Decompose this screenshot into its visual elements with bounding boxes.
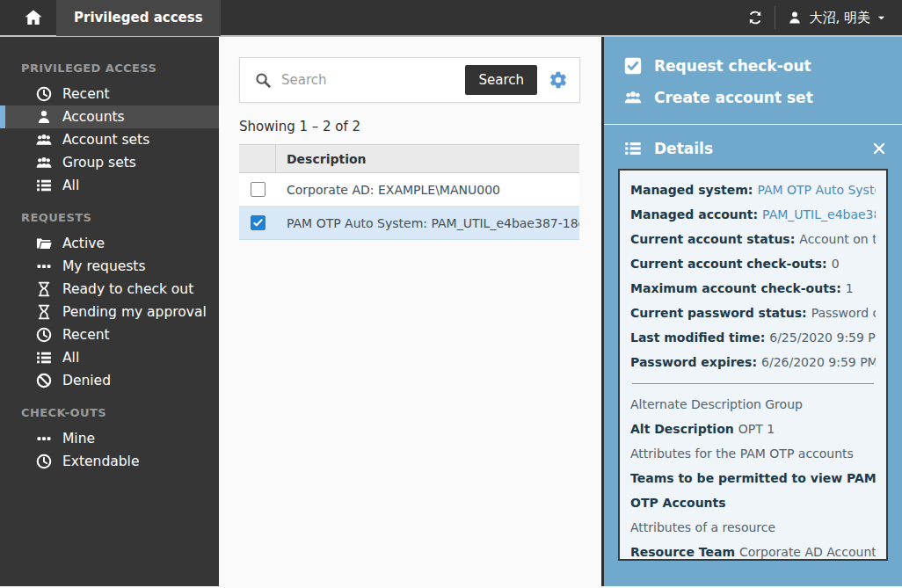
sidebar-section-title-requests: REQUESTS <box>0 197 219 232</box>
sidebar-item-group-sets[interactable]: Group sets <box>0 151 219 174</box>
sidebar-item-ready-to-check-out[interactable]: Ready to check out <box>0 278 219 301</box>
sidebar: PRIVILEGED ACCESSRecentAccountsAccount s… <box>0 37 219 586</box>
field-value: Account on ta <box>799 232 876 246</box>
sidebar-item-active[interactable]: Active <box>0 232 219 255</box>
person-icon <box>787 10 803 25</box>
app-tab-privileged-access[interactable]: Privileged access <box>56 0 221 36</box>
attribute-label: Resource Team <box>630 545 735 559</box>
results-summary: Showing 1 – 2 of 2 <box>239 119 601 134</box>
sidebar-item-label: My requests <box>62 258 145 274</box>
row-checkbox[interactable] <box>251 215 266 230</box>
hourglass-icon <box>35 303 53 321</box>
details-field: Managed system:PAM OTP Auto Syste… <box>630 178 876 202</box>
sidebar-item-mine[interactable]: Mine <box>0 427 219 450</box>
sidebar-section-title-check-outs: CHECK-OUTS <box>0 392 219 427</box>
sidebar-item-label: Denied <box>62 373 111 388</box>
attribute-value: Attributes of a resource <box>630 520 775 534</box>
field-value: Password co <box>811 306 876 320</box>
users-icon <box>623 88 643 107</box>
sidebar-item-pending-my-approval[interactable]: Pending my approval <box>0 301 219 323</box>
sidebar-item-label: Ready to check out <box>62 281 193 297</box>
row-description: PAM OTP Auto System: PAM_UTIL_e4bae387-1… <box>276 216 579 230</box>
checkbox-icon <box>623 56 643 76</box>
users-icon <box>35 131 53 149</box>
action-request-check-out[interactable]: Request check-out <box>604 50 902 82</box>
sidebar-item-extendable[interactable]: Extendable <box>0 450 219 473</box>
accounts-table: Description Corporate AD: EXAMPLE\MANU00… <box>239 144 579 240</box>
sidebar-item-account-sets[interactable]: Account sets <box>0 128 219 151</box>
sidebar-item-all[interactable]: All <box>0 174 219 197</box>
details-attribute: Attributes of a resource <box>630 515 876 540</box>
close-icon[interactable] <box>872 142 886 156</box>
field-label: Last modified time: <box>630 330 765 345</box>
details-attribute: Alternate Description Group <box>630 392 876 417</box>
table-row[interactable]: Corporate AD: EXAMPLE\MANU000 <box>239 173 579 207</box>
details-panel: Request check-outCreate account set Deta… <box>601 37 902 586</box>
ellipsis-icon <box>35 258 53 275</box>
details-attribute: Alt DescriptionOPT 1 <box>630 417 876 441</box>
user-menu[interactable]: 大沼, 明美 <box>787 10 886 26</box>
attribute-value: Attributes for the PAM OTP accounts <box>630 446 854 461</box>
row-description: Corporate AD: EXAMPLE\MANU000 <box>276 183 500 197</box>
sidebar-item-label: Recent <box>62 86 110 102</box>
attribute-label: OTP Accounts <box>630 496 726 510</box>
row-checkbox[interactable] <box>251 182 266 197</box>
sidebar-item-accounts[interactable]: Accounts <box>0 105 219 128</box>
details-divider <box>632 383 874 384</box>
sidebar-item-label: Accounts <box>62 109 125 125</box>
field-label: Current password status: <box>630 306 807 320</box>
ban-icon <box>35 372 53 389</box>
home-button[interactable] <box>24 8 43 27</box>
table-row[interactable]: PAM OTP Auto System: PAM_UTIL_e4bae387-1… <box>239 207 579 240</box>
action-label: Create account set <box>654 89 813 106</box>
search-input[interactable] <box>280 71 465 89</box>
sidebar-item-label: All <box>62 178 79 193</box>
sidebar-item-all[interactable]: All <box>0 346 219 369</box>
details-field: Current account status:Account on ta… <box>630 227 876 251</box>
field-label: Current account check-outs: <box>630 257 827 271</box>
details-field: Current password status:Password co… <box>630 301 876 325</box>
sidebar-item-my-requests[interactable]: My requests <box>0 255 219 278</box>
field-value[interactable]: PAM_UTIL_e4bae38 <box>762 207 876 221</box>
checkbox-column-header <box>239 145 276 172</box>
sidebar-item-label: All <box>62 350 79 366</box>
sidebar-item-label: Recent <box>62 327 110 343</box>
sidebar-item-label: Extendable <box>62 454 139 469</box>
details-attribute: OTP Accounts <box>630 490 876 515</box>
sidebar-item-recent[interactable]: Recent <box>0 83 219 105</box>
details-box: Managed system:PAM OTP Auto Syste…Manage… <box>618 169 888 561</box>
details-field: Current account check-outs:0 <box>630 251 876 276</box>
sidebar-item-label: Mine <box>62 431 95 446</box>
search-container: Search <box>239 57 580 103</box>
attribute-value: Corporate AD Account <box>739 545 876 559</box>
attribute-value: OPT 1 <box>738 422 775 436</box>
sidebar-item-label: Active <box>62 236 105 251</box>
attribute-label: Alt Description <box>630 422 734 436</box>
sidebar-item-label: Account sets <box>62 132 149 148</box>
main-panel: Search Showing 1 – 2 of 2 Description Co… <box>219 37 601 586</box>
action-label: Request check-out <box>654 57 811 75</box>
list-icon <box>623 139 643 158</box>
page-layout: PRIVILEGED ACCESSRecentAccountsAccount s… <box>0 37 902 586</box>
gear-icon[interactable] <box>549 70 568 90</box>
details-field: Last modified time:6/25/2020 9:59 PM <box>630 325 876 350</box>
panel-actions: Request check-outCreate account set <box>604 37 902 113</box>
field-label: Managed system: <box>630 183 753 197</box>
hourglass-icon <box>35 280 53 298</box>
details-field: Maximum account check-outs:1 <box>630 276 876 301</box>
sidebar-item-denied[interactable]: Denied <box>0 369 219 392</box>
attribute-label: Teams to be permitted to view PAM OTI <box>630 471 876 485</box>
field-value[interactable]: PAM OTP Auto Syste <box>757 183 876 197</box>
sidebar-item-recent[interactable]: Recent <box>0 323 219 346</box>
user-icon <box>35 108 53 126</box>
field-label: Current account status: <box>630 232 795 246</box>
column-header-description[interactable]: Description <box>276 145 367 172</box>
clock-icon <box>35 85 53 103</box>
users-icon <box>35 154 53 171</box>
action-create-account-set[interactable]: Create account set <box>604 82 902 113</box>
search-button[interactable]: Search <box>465 65 537 95</box>
clock-icon <box>35 326 53 344</box>
top-bar: Privileged access 大沼, 明美 <box>0 0 902 37</box>
refresh-icon[interactable] <box>747 10 763 25</box>
details-field: Managed account:PAM_UTIL_e4bae38… <box>630 202 876 227</box>
